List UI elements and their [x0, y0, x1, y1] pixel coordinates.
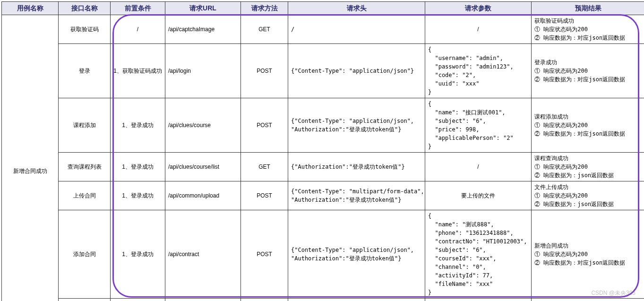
req-params-cell: { "username": "admin", "password": "admi… — [425, 44, 532, 98]
url-cell: /api/clues/course — [165, 98, 241, 153]
method-cell: GET — [241, 153, 288, 181]
table-row: 上传合同1、登录成功/api/common/uploadPOST{"Conten… — [2, 181, 644, 210]
api-name-cell: 查询课程列表 — [59, 153, 111, 181]
precondition-cell: 1、登录成功 — [111, 153, 165, 181]
method-cell: GET — [241, 299, 288, 301]
req-headers-cell: {"Content-Type": "multipart/form-data", … — [288, 181, 425, 210]
precondition-cell: 1、登录成功 — [111, 98, 165, 153]
table-row: 课程添加1、登录成功/api/clues/coursePOST{"Content… — [2, 98, 644, 153]
req-params-cell: { "name": "测试888", "phone": "13612341888… — [425, 210, 532, 299]
table-row: 添加合同1、登录成功/api/contractPOST{"Content-Typ… — [2, 210, 644, 299]
expected-cell: 课程添加成功 ① 响应状态码为200 ② 响应数据为：对应json返回数据 — [532, 98, 644, 153]
th-req-headers: 请求头 — [288, 2, 425, 15]
table-header-row: 用例名称 接口名称 前置条件 请求URL 请求方法 请求头 请求参数 预期结果 — [2, 2, 644, 15]
th-api-name: 接口名称 — [59, 2, 111, 15]
expected-cell: 获取验证码成功 ① 响应状态码为200 ② 响应数据为：对应json返回数据 — [532, 15, 644, 44]
expected-cell: 登录成功 ① 响应状态码为200 ② 响应数据为：对应json返回数据 — [532, 44, 644, 98]
precondition-cell: 1、登录成功 — [111, 210, 165, 299]
precondition-cell: 1、登录成功 — [111, 181, 165, 210]
th-url: 请求URL — [165, 2, 241, 15]
url-cell: /api/common/upload — [165, 181, 241, 210]
precondition-cell: 1、获取验证码成功 — [111, 44, 165, 98]
req-headers-cell: / — [288, 15, 425, 44]
url-cell: /api/captchaImage — [165, 15, 241, 44]
url-cell: /api/contract/list — [165, 299, 241, 301]
th-expected: 预期结果 — [532, 2, 644, 15]
api-test-table: 用例名称 接口名称 前置条件 请求URL 请求方法 请求头 请求参数 预期结果 … — [1, 1, 644, 301]
method-cell: POST — [241, 44, 288, 98]
api-name-cell: 添加合同 — [59, 210, 111, 299]
table-row: 查询合同列表1、登录成功/api/contract/listGET{"Autho… — [2, 299, 644, 301]
th-precondition: 前置条件 — [111, 2, 165, 15]
table-row: 新增合同成功获取验证码//api/captchaImageGET//获取验证码成… — [2, 15, 644, 44]
req-headers-cell: {"Content-Type": "application/json"} — [288, 44, 425, 98]
precondition-cell: / — [111, 15, 165, 44]
api-name-cell: 上传合同 — [59, 181, 111, 210]
req-headers-cell: {"Content-Type": "application/json", "Au… — [288, 98, 425, 153]
method-cell: POST — [241, 210, 288, 299]
expected-cell: 课程查询成功 ① 响应状态码为200 ② 响应数据为：json返回数据 — [532, 153, 644, 181]
table-row: 登录1、获取验证码成功/api/loginPOST{"Content-Type"… — [2, 44, 644, 98]
method-cell: POST — [241, 181, 288, 210]
api-name-cell: 课程添加 — [59, 98, 111, 153]
th-method: 请求方法 — [241, 2, 288, 15]
api-name-cell: 获取验证码 — [59, 15, 111, 44]
url-cell: /api/contract — [165, 210, 241, 299]
url-cell: /api/clues/course/list — [165, 153, 241, 181]
case-name-cell: 新增合同成功 — [2, 15, 59, 301]
th-req-params: 请求参数 — [425, 2, 532, 15]
req-headers-cell: {"Authorization":"登录成功token值"} — [288, 299, 425, 301]
api-name-cell: 登录 — [59, 44, 111, 98]
api-name-cell: 查询合同列表 — [59, 299, 111, 301]
table-row: 查询课程列表1、登录成功/api/clues/course/listGET{"A… — [2, 153, 644, 181]
req-params-cell: { "name": "接口测试001", "subject": "6", "pr… — [425, 98, 532, 153]
expected-cell: 新增合同成功 ① 响应状态码为200 ② 响应数据为：对应json返回数据 — [532, 210, 644, 299]
req-headers-cell: {"Content-Type": "application/json", "Au… — [288, 210, 425, 299]
url-cell: /api/login — [165, 44, 241, 98]
th-case-name: 用例名称 — [2, 2, 59, 15]
req-params-cell: / — [425, 15, 532, 44]
expected-cell: 文件上传成功 ① 响应状态码为200 ② 响应数据为：json返回数据 — [532, 181, 644, 210]
precondition-cell: 1、登录成功 — [111, 299, 165, 301]
req-params-cell: / — [425, 153, 532, 181]
method-cell: POST — [241, 98, 288, 153]
req-params-cell: 要上传的文件 — [425, 181, 532, 210]
expected-cell: 查询合同成功 ① 响应状态码为200 ② 响应数据为：对应json返回数据 — [532, 299, 644, 301]
req-headers-cell: {"Authorization":"登录成功token值"} — [288, 153, 425, 181]
method-cell: GET — [241, 15, 288, 44]
req-params-cell: / — [425, 299, 532, 301]
